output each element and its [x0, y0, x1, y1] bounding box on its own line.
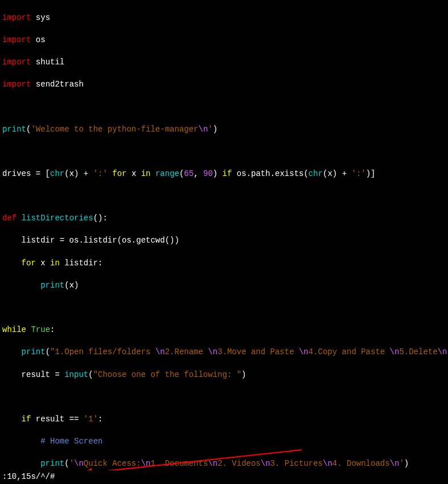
code-line: for x in listdir:: [2, 258, 446, 269]
code-line: [2, 191, 446, 202]
code-line: [2, 302, 446, 314]
code-line: [2, 146, 446, 158]
command-text: :10,15s/^/#: [2, 472, 55, 481]
code-line: import send2trash: [2, 79, 446, 91]
code-line: print(x): [2, 280, 446, 292]
code-editor[interactable]: import sys import os import shutil impor…: [0, 0, 448, 484]
code-line: listdir = os.listdir(os.getcwd()): [2, 235, 446, 247]
code-line: [2, 101, 446, 113]
code-line: print("1.Open files/folders \n2.Rename \…: [2, 347, 446, 358]
code-line: print('\nQuick Acess:\n1. Documents\n2. …: [2, 458, 446, 470]
code-line: if result == '1':: [2, 414, 446, 425]
code-line: result = input("Choose one of the follow…: [2, 370, 446, 381]
code-line: print('Welcome to the python-file-manage…: [2, 124, 446, 136]
code-line: import os: [2, 35, 446, 46]
code-line: import sys: [2, 13, 446, 24]
vim-command-line[interactable]: :10,15s/^/#: [0, 470, 448, 484]
code-line: import shutil: [2, 57, 446, 68]
code-line: drives = [chr(x) + ':' for x in range(65…: [2, 169, 446, 180]
code-line: [2, 392, 446, 403]
code-line: while True:: [2, 325, 446, 336]
code-line: def listDirectories():: [2, 213, 446, 224]
code-line: # Home Screen: [2, 436, 446, 448]
